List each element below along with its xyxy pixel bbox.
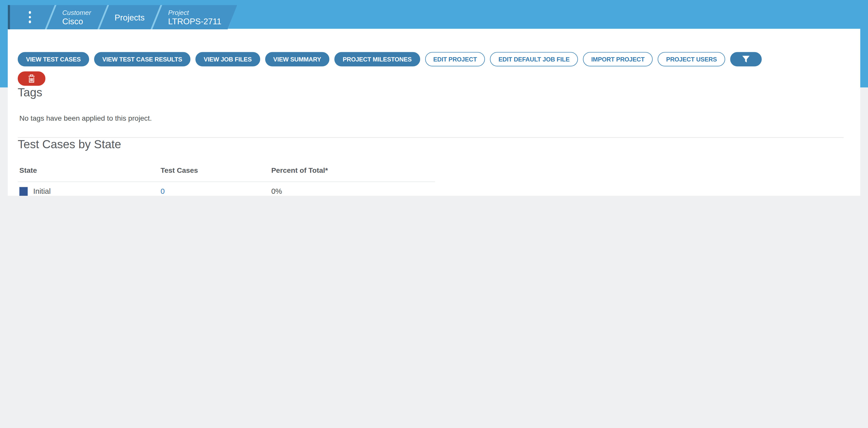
import-project-button[interactable]: IMPORT PROJECT bbox=[583, 52, 653, 67]
view-summary-button[interactable]: VIEW SUMMARY bbox=[265, 52, 330, 67]
tags-section-title: Tags bbox=[18, 86, 851, 99]
breadcrumb-project-label: Project bbox=[168, 9, 221, 17]
view-job-files-button[interactable]: VIEW JOB FILES bbox=[195, 52, 260, 67]
project-users-button[interactable]: PROJECT USERS bbox=[658, 52, 725, 67]
filter-button[interactable] bbox=[730, 52, 762, 67]
delete-project-button[interactable] bbox=[18, 71, 45, 86]
trash-icon bbox=[28, 74, 35, 83]
toolbar-secondary-row bbox=[18, 71, 851, 86]
breadcrumb-customer-label: Customer bbox=[62, 9, 91, 17]
table-header-row: State Test Cases Percent of Total* bbox=[18, 165, 435, 182]
column-header-state: State bbox=[20, 166, 161, 174]
toolbar-primary-row: VIEW TEST CASES VIEW TEST CASE RESULTS V… bbox=[18, 52, 851, 67]
table-row: Initial 0 0% bbox=[18, 182, 435, 196]
percent-value: 0% bbox=[271, 187, 435, 195]
state-color-swatch bbox=[20, 187, 28, 196]
breadcrumb-customer[interactable]: Customer Cisco bbox=[51, 5, 102, 29]
test-case-count-link[interactable]: 0 bbox=[160, 187, 164, 195]
breadcrumb-customer-value: Cisco bbox=[62, 17, 91, 26]
page: VIEW TEST CASES VIEW TEST CASE RESULTS V… bbox=[0, 0, 868, 196]
breadcrumb-project[interactable]: Project LTROPS-2711 bbox=[157, 5, 232, 29]
content-panel: VIEW TEST CASES VIEW TEST CASE RESULTS V… bbox=[8, 29, 860, 196]
view-test-cases-button[interactable]: VIEW TEST CASES bbox=[18, 52, 89, 67]
breadcrumb-projects-value: Projects bbox=[115, 12, 145, 22]
state-label: Initial bbox=[33, 187, 51, 195]
edit-default-job-file-button[interactable]: EDIT DEFAULT JOB FILE bbox=[490, 52, 578, 67]
kebab-menu-icon[interactable] bbox=[10, 5, 50, 29]
test-cases-table: State Test Cases Percent of Total* Initi… bbox=[18, 165, 435, 196]
column-header-percent: Percent of Total* bbox=[271, 166, 435, 174]
filter-funnel-icon bbox=[742, 56, 750, 63]
column-header-test-cases: Test Cases bbox=[160, 166, 271, 174]
breadcrumb: Customer Cisco Projects Project LTROPS-2… bbox=[8, 5, 237, 29]
edit-project-button[interactable]: EDIT PROJECT bbox=[425, 52, 485, 67]
breadcrumb-projects[interactable]: Projects bbox=[103, 5, 156, 29]
test-cases-section-title: Test Cases by State bbox=[18, 138, 851, 151]
breadcrumb-project-value: LTROPS-2711 bbox=[168, 17, 221, 26]
view-test-case-results-button[interactable]: VIEW TEST CASE RESULTS bbox=[94, 52, 190, 67]
tags-empty-message: No tags have been applied to this projec… bbox=[20, 114, 851, 123]
project-milestones-button[interactable]: PROJECT MILESTONES bbox=[334, 52, 420, 67]
